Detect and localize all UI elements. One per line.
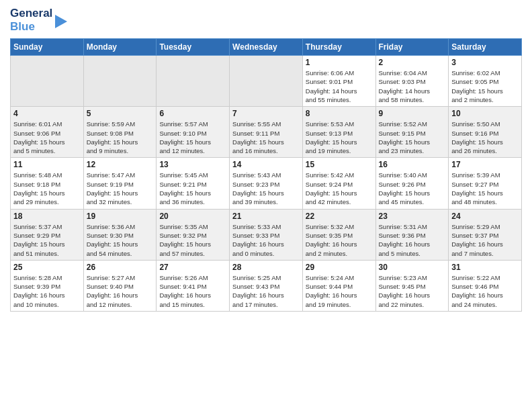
day-info: Sunrise: 6:02 AM Sunset: 9:05 PM Dayligh… [451,68,519,104]
day-info: Sunrise: 5:22 AM Sunset: 9:46 PM Dayligh… [451,273,519,309]
weekday-header-sunday: Sunday [11,39,84,56]
week-row-3: 11Sunrise: 5:48 AM Sunset: 9:18 PM Dayli… [11,158,522,209]
day-number: 30 [379,263,446,272]
day-number: 9 [379,109,446,118]
day-info: Sunrise: 5:45 AM Sunset: 9:21 PM Dayligh… [159,171,226,206]
calendar-cell: 16Sunrise: 5:40 AM Sunset: 9:26 PM Dayli… [375,158,449,209]
calendar-table: SundayMondayTuesdayWednesdayThursdayFrid… [10,38,522,312]
logo: General Blue [10,7,67,33]
calendar-cell [11,56,84,107]
week-row-2: 4Sunrise: 6:01 AM Sunset: 9:06 PM Daylig… [11,107,522,158]
page: General Blue SundayMondayTuesdayWednesda… [0,0,532,411]
day-info: Sunrise: 5:23 AM Sunset: 9:45 PM Dayligh… [379,273,446,309]
header: General Blue [10,7,522,33]
day-info: Sunrise: 5:53 AM Sunset: 9:13 PM Dayligh… [306,120,373,155]
day-info: Sunrise: 5:55 AM Sunset: 9:11 PM Dayligh… [232,120,300,155]
weekday-header-monday: Monday [83,39,157,56]
day-info: Sunrise: 5:39 AM Sunset: 9:27 PM Dayligh… [451,171,519,206]
day-number: 6 [159,109,226,118]
day-number: 16 [379,160,446,169]
day-number: 25 [13,263,81,272]
day-info: Sunrise: 5:33 AM Sunset: 9:33 PM Dayligh… [232,222,300,258]
day-number: 3 [451,58,519,67]
day-info: Sunrise: 5:48 AM Sunset: 9:18 PM Dayligh… [13,171,81,206]
day-info: Sunrise: 5:42 AM Sunset: 9:24 PM Dayligh… [306,171,373,206]
day-info: Sunrise: 5:43 AM Sunset: 9:23 PM Dayligh… [232,171,300,206]
day-info: Sunrise: 5:37 AM Sunset: 9:29 PM Dayligh… [13,222,81,258]
day-info: Sunrise: 6:01 AM Sunset: 9:06 PM Dayligh… [13,120,81,155]
calendar-cell: 31Sunrise: 5:22 AM Sunset: 9:46 PM Dayli… [449,260,522,311]
calendar-cell: 30Sunrise: 5:23 AM Sunset: 9:45 PM Dayli… [375,260,449,311]
calendar-cell: 3Sunrise: 6:02 AM Sunset: 9:05 PM Daylig… [449,56,522,107]
calendar-cell [157,56,230,107]
day-number: 12 [87,160,154,169]
day-number: 29 [306,263,373,272]
calendar-cell: 7Sunrise: 5:55 AM Sunset: 9:11 PM Daylig… [230,107,303,158]
weekday-header-wednesday: Wednesday [230,39,303,56]
calendar-cell: 17Sunrise: 5:39 AM Sunset: 9:27 PM Dayli… [449,158,522,209]
calendar-cell: 13Sunrise: 5:45 AM Sunset: 9:21 PM Dayli… [157,158,230,209]
weekday-header-tuesday: Tuesday [157,39,230,56]
day-number: 1 [306,58,373,67]
calendar-cell: 10Sunrise: 5:50 AM Sunset: 9:16 PM Dayli… [449,107,522,158]
logo-blue: Blue [10,20,35,33]
day-info: Sunrise: 5:50 AM Sunset: 9:16 PM Dayligh… [451,120,519,155]
day-number: 14 [232,160,300,169]
day-number: 18 [13,212,81,221]
day-info: Sunrise: 5:52 AM Sunset: 9:15 PM Dayligh… [379,120,446,155]
calendar-cell: 22Sunrise: 5:32 AM Sunset: 9:35 PM Dayli… [302,209,375,260]
logo-general: General [10,7,52,19]
calendar-cell: 29Sunrise: 5:24 AM Sunset: 9:44 PM Dayli… [302,260,375,311]
week-row-5: 25Sunrise: 5:28 AM Sunset: 9:39 PM Dayli… [11,260,522,311]
day-number: 7 [232,109,300,118]
day-info: Sunrise: 5:31 AM Sunset: 9:36 PM Dayligh… [379,222,446,258]
day-info: Sunrise: 5:29 AM Sunset: 9:37 PM Dayligh… [451,222,519,258]
day-info: Sunrise: 5:40 AM Sunset: 9:26 PM Dayligh… [379,171,446,206]
weekday-header-row: SundayMondayTuesdayWednesdayThursdayFrid… [11,39,522,56]
calendar-cell: 6Sunrise: 5:57 AM Sunset: 9:10 PM Daylig… [157,107,230,158]
day-number: 26 [87,263,154,272]
calendar-cell: 1Sunrise: 6:06 AM Sunset: 9:01 PM Daylig… [302,56,375,107]
calendar-cell: 25Sunrise: 5:28 AM Sunset: 9:39 PM Dayli… [11,260,84,311]
day-number: 19 [87,212,154,221]
day-number: 4 [13,109,81,118]
calendar-cell: 2Sunrise: 6:04 AM Sunset: 9:03 PM Daylig… [375,56,449,107]
weekday-header-thursday: Thursday [302,39,375,56]
day-number: 22 [306,212,373,221]
calendar-cell: 19Sunrise: 5:36 AM Sunset: 9:30 PM Dayli… [83,209,157,260]
weekday-header-saturday: Saturday [449,39,522,56]
day-number: 24 [451,212,519,221]
week-row-1: 1Sunrise: 6:06 AM Sunset: 9:01 PM Daylig… [11,56,522,107]
day-number: 23 [379,212,446,221]
day-number: 17 [451,160,519,169]
calendar-cell: 18Sunrise: 5:37 AM Sunset: 9:29 PM Dayli… [11,209,84,260]
day-number: 20 [159,212,226,221]
calendar-cell: 27Sunrise: 5:26 AM Sunset: 9:41 PM Dayli… [157,260,230,311]
day-number: 21 [232,212,300,221]
day-number: 5 [87,109,154,118]
logo-text: General Blue [10,7,52,33]
day-info: Sunrise: 5:57 AM Sunset: 9:10 PM Dayligh… [159,120,226,155]
calendar-cell: 12Sunrise: 5:47 AM Sunset: 9:19 PM Dayli… [83,158,157,209]
logo-arrow-icon [55,15,67,28]
day-number: 27 [159,263,226,272]
day-number: 28 [232,263,300,272]
day-info: Sunrise: 6:04 AM Sunset: 9:03 PM Dayligh… [379,68,446,104]
calendar-cell: 21Sunrise: 5:33 AM Sunset: 9:33 PM Dayli… [230,209,303,260]
calendar-cell: 5Sunrise: 5:59 AM Sunset: 9:08 PM Daylig… [83,107,157,158]
calendar-cell: 8Sunrise: 5:53 AM Sunset: 9:13 PM Daylig… [302,107,375,158]
calendar-cell: 24Sunrise: 5:29 AM Sunset: 9:37 PM Dayli… [449,209,522,260]
calendar-cell: 28Sunrise: 5:25 AM Sunset: 9:43 PM Dayli… [230,260,303,311]
calendar-cell: 23Sunrise: 5:31 AM Sunset: 9:36 PM Dayli… [375,209,449,260]
day-number: 8 [306,109,373,118]
calendar-cell: 4Sunrise: 6:01 AM Sunset: 9:06 PM Daylig… [11,107,84,158]
day-info: Sunrise: 5:28 AM Sunset: 9:39 PM Dayligh… [13,273,81,309]
day-number: 11 [13,160,81,169]
calendar-cell: 11Sunrise: 5:48 AM Sunset: 9:18 PM Dayli… [11,158,84,209]
calendar-cell: 9Sunrise: 5:52 AM Sunset: 9:15 PM Daylig… [375,107,449,158]
day-info: Sunrise: 5:47 AM Sunset: 9:19 PM Dayligh… [87,171,154,206]
calendar-cell: 26Sunrise: 5:27 AM Sunset: 9:40 PM Dayli… [83,260,157,311]
day-info: Sunrise: 5:25 AM Sunset: 9:43 PM Dayligh… [232,273,300,309]
day-number: 15 [306,160,373,169]
calendar-cell: 14Sunrise: 5:43 AM Sunset: 9:23 PM Dayli… [230,158,303,209]
